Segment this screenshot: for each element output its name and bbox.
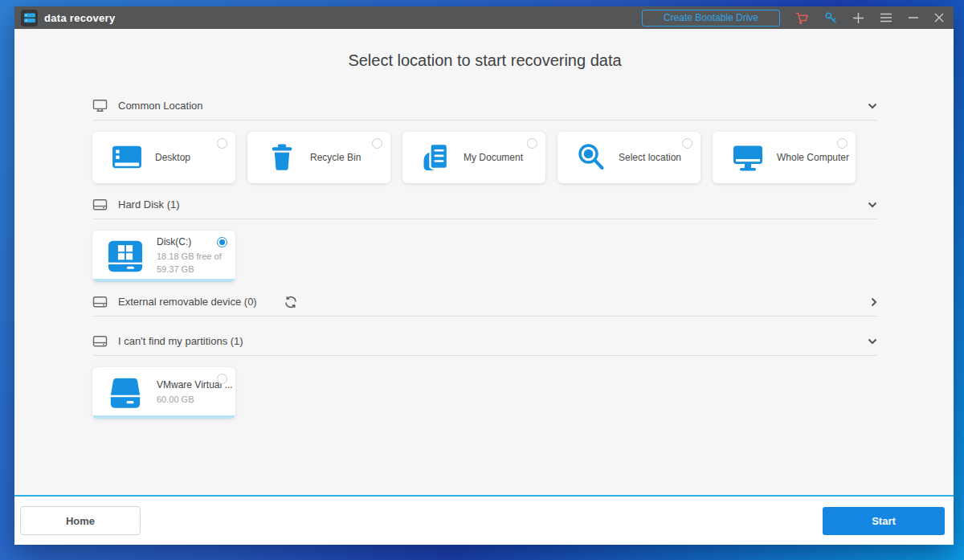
location-card-whole-computer[interactable]: Whole Computer (713, 132, 856, 183)
menu-icon[interactable] (880, 13, 893, 22)
disk-card-c[interactable]: Disk(C:) 18.18 GB free of 59.37 GB (92, 231, 235, 282)
radio-button[interactable] (217, 374, 227, 384)
minimize-icon[interactable] (908, 16, 919, 19)
start-button[interactable]: Start (823, 507, 945, 535)
location-card-recycle-bin[interactable]: Recycle Bin (247, 132, 390, 183)
section-label: Common Location (118, 100, 203, 112)
section-header-hard-disk[interactable]: Hard Disk (1) (92, 198, 877, 219)
desktop-icon (112, 144, 142, 171)
radio-button[interactable] (372, 138, 382, 149)
disk-free-space: 18.18 GB free of (157, 251, 222, 264)
disk-usage-bar (92, 279, 235, 282)
chevron-down-icon[interactable] (868, 103, 877, 109)
section-header-external-device[interactable]: External removable device (0) (92, 295, 877, 317)
location-card-label: Desktop (155, 152, 190, 163)
windows-disk-icon (105, 239, 145, 274)
radio-button[interactable] (527, 138, 537, 149)
location-card-select-location[interactable]: Select location (558, 132, 701, 183)
app-logo-icon (21, 10, 38, 27)
section-header-common-location[interactable]: Common Location (92, 99, 877, 121)
lost-partition-cards: VMware Virtual ... 60.00 GB (92, 367, 877, 419)
hard-disk-icon (92, 295, 108, 309)
close-icon[interactable] (934, 13, 944, 22)
refresh-icon[interactable] (284, 296, 297, 309)
key-icon[interactable] (824, 11, 837, 24)
disk-info: Disk(C:) 18.18 GB free of 59.37 GB (157, 236, 222, 276)
app-window: data recovery Create Bootable Drive (14, 6, 954, 545)
titlebar: data recovery Create Bootable Drive (14, 6, 954, 29)
document-icon (422, 143, 451, 172)
magnifier-icon (577, 143, 606, 172)
radio-button[interactable] (682, 138, 692, 149)
section-label: Hard Disk (1) (118, 198, 180, 211)
location-card-label: Recycle Bin (310, 152, 361, 163)
recycle-bin-icon (267, 143, 297, 172)
main-content: Select location to start recovering data… (14, 29, 954, 497)
location-card-label: Whole Computer (777, 152, 849, 163)
hard-disk-icon (92, 334, 108, 348)
plus-icon[interactable] (852, 12, 864, 24)
page-title: Select location to start recovering data (92, 51, 877, 70)
footer-bar: Home Start (14, 497, 954, 545)
section-header-lost-partitions[interactable]: I can't find my partitions (1) (92, 334, 877, 356)
hard-disk-icon (92, 198, 108, 211)
location-card-label: Select location (619, 152, 681, 163)
chevron-down-icon[interactable] (868, 338, 877, 345)
hard-disk-cards: Disk(C:) 18.18 GB free of 59.37 GB (92, 231, 877, 282)
disk-card-vmware[interactable]: VMware Virtual ... 60.00 GB (92, 367, 235, 419)
disk-name: Disk(C:) (157, 236, 222, 247)
radio-button[interactable] (217, 138, 227, 149)
location-card-my-document[interactable]: My Document (402, 132, 545, 183)
create-bootable-drive-button[interactable]: Create Bootable Drive (642, 10, 780, 27)
disk-total-space: 59.37 GB (157, 264, 222, 276)
chevron-down-icon[interactable] (868, 202, 877, 208)
radio-button[interactable] (217, 237, 227, 247)
radio-button[interactable] (837, 138, 848, 149)
disk-usage-bar (92, 415, 235, 419)
location-card-label: My Document (464, 152, 523, 163)
section-label: External removable device (0) (118, 296, 257, 308)
titlebar-actions: Create Bootable Drive (642, 10, 944, 27)
section-label: I can't find my partitions (1) (118, 335, 243, 347)
common-location-cards: Desktop Recycle Bin (92, 132, 877, 183)
app-title: data recovery (44, 12, 115, 24)
location-card-desktop[interactable]: Desktop (92, 132, 235, 183)
computer-icon (732, 144, 764, 172)
virtual-disk-icon (105, 375, 145, 411)
disk-size: 60.00 GB (157, 394, 232, 407)
home-button[interactable]: Home (20, 506, 141, 535)
monitor-icon (92, 99, 108, 112)
cart-icon[interactable] (795, 11, 809, 24)
chevron-right-icon[interactable] (871, 297, 877, 307)
